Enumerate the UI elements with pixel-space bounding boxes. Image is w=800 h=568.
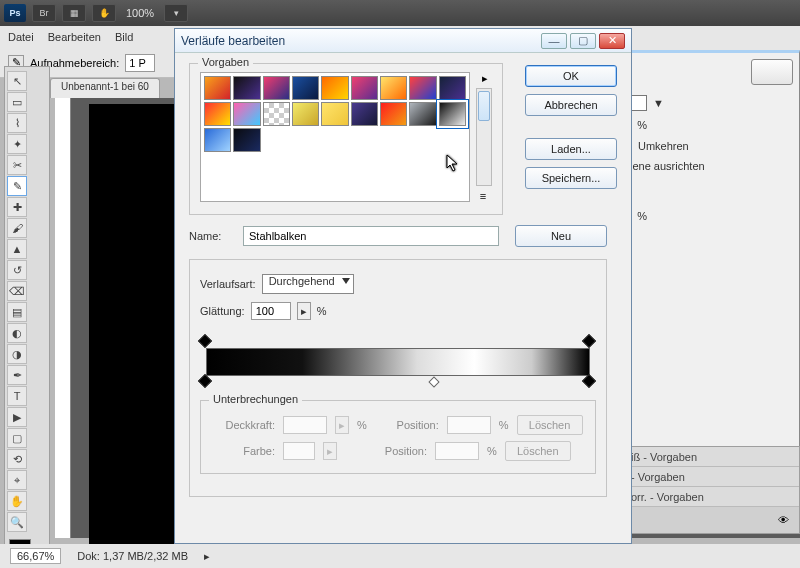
midpoint-handle[interactable] [428,376,439,387]
bg-dialog-button[interactable] [751,59,793,85]
heal-tool[interactable]: ✚ [7,197,27,217]
minimize-button[interactable]: — [541,33,567,49]
dialog-title: Verläufe bearbeiten [181,34,285,48]
menu-edit[interactable]: Bearbeiten [48,31,101,43]
new-gradient-button[interactable]: Neu [515,225,607,247]
history-brush-tool[interactable]: ↺ [7,260,27,280]
opacity-stop[interactable] [198,334,212,348]
preset-swatch[interactable] [292,76,319,100]
ok-button[interactable]: OK [525,65,617,87]
sample-size-input[interactable] [125,54,155,72]
preset-swatch[interactable] [233,102,260,126]
delete-opacity-stop-button: Löschen [517,415,583,435]
presets-scrollbar[interactable] [476,88,492,186]
hand-tool[interactable]: ✋ [7,491,27,511]
preset-panel-row[interactable]: ▸- Vorgaben [611,467,799,487]
gradient-bar[interactable] [206,348,590,376]
preset-swatch[interactable] [233,128,260,152]
bridge-button[interactable]: Br [32,4,56,22]
menu-image[interactable]: Bild [115,31,133,43]
preset-swatch[interactable] [321,102,348,126]
load-button[interactable]: Laden... [525,138,617,160]
smoothness-label: Glättung: [200,305,245,317]
shape-tool[interactable]: ▢ [7,428,27,448]
preset-swatch[interactable] [263,102,290,126]
save-button[interactable]: Speichern... [525,167,617,189]
opacity-stop[interactable] [582,334,596,348]
gradient-type-label: Verlaufsart: [200,278,256,290]
preset-swatch[interactable] [439,76,466,100]
maximize-button[interactable]: ▢ [570,33,596,49]
opacity-stepper: ▸ [335,416,349,434]
opacity-position-input [447,416,491,434]
color-stop[interactable] [198,374,212,388]
preset-swatch[interactable] [292,102,319,126]
panel-icon-right[interactable]: 👁 [778,514,789,526]
ruler-vertical [55,98,71,538]
pen-tool[interactable]: ✒ [7,365,27,385]
3d-camera-tool[interactable]: ⌖ [7,470,27,490]
path-select-tool[interactable]: ▶ [7,407,27,427]
preset-swatch[interactable] [204,76,231,100]
dialog-titlebar[interactable]: Verläufe bearbeiten — ▢ ✕ [175,29,631,53]
preset-swatch[interactable] [439,102,466,126]
close-button[interactable]: ✕ [599,33,625,49]
wand-tool[interactable]: ✦ [7,134,27,154]
preset-swatch[interactable] [380,102,407,126]
gradient-name-input[interactable] [243,226,499,246]
document-tab[interactable]: Unbenannt-1 bei 60 [50,78,160,98]
delete-color-stop-button: Löschen [505,441,571,461]
opacity-label: Deckkraft: [211,419,275,431]
presets-flyout-icon[interactable]: ▸ [478,72,492,84]
preset-swatch[interactable] [204,102,231,126]
position-label: Position: [375,419,439,431]
stamp-tool[interactable]: ▲ [7,239,27,259]
presets-menu-icon[interactable]: ≡ [476,190,490,202]
blur-tool[interactable]: ◐ [7,323,27,343]
status-bar: 66,67% Dok: 1,37 MB/2,32 MB ▸ [0,544,800,568]
preset-swatch[interactable] [204,128,231,152]
eyedropper-tool[interactable]: ✎ [7,176,27,196]
preset-panels: ▸iß - Vorgaben ▸- Vorgaben ▸orr. - Vorga… [610,446,800,534]
zoom-drop-button[interactable]: ▾ [164,4,188,22]
preset-swatch[interactable] [351,76,378,100]
eraser-tool[interactable]: ⌫ [7,281,27,301]
preset-swatch[interactable] [380,76,407,100]
crop-tool[interactable]: ✂ [7,155,27,175]
dodge-tool[interactable]: ◑ [7,344,27,364]
preset-swatch[interactable] [409,76,436,100]
preset-swatch[interactable] [321,76,348,100]
lasso-tool[interactable]: ⌇ [7,113,27,133]
status-flyout-icon[interactable]: ▸ [204,550,210,563]
preset-swatch[interactable] [263,76,290,100]
hand-tool-button[interactable]: ✋ [92,4,116,22]
color-stop[interactable] [582,374,596,388]
type-tool[interactable]: T [7,386,27,406]
smoothness-stepper[interactable]: ▸ [297,302,311,320]
zoom-tool[interactable]: 🔍 [7,512,27,532]
app-top-bar: Ps Br ▦ ✋ 100% ▾ [0,0,800,26]
zoom-status[interactable]: 66,67% [10,548,61,564]
screen-mode-button[interactable]: ▦ [62,4,86,22]
move-tool[interactable]: ↖ [7,71,27,91]
gradient-ramp-editor[interactable] [200,336,596,388]
3d-tool[interactable]: ⟲ [7,449,27,469]
preset-swatch[interactable] [351,102,378,126]
preset-panel-row[interactable]: ▸iß - Vorgaben [611,447,799,467]
gradient-type-select[interactable]: Durchgehend [262,274,354,294]
brush-tool[interactable]: 🖌 [7,218,27,238]
gradient-tool[interactable]: ▤ [7,302,27,322]
preset-swatch[interactable] [409,102,436,126]
smoothness-input[interactable] [251,302,291,320]
presets-grid[interactable] [200,72,470,202]
menu-file[interactable]: Datei [8,31,34,43]
marquee-tool[interactable]: ▭ [7,92,27,112]
color-well [283,442,315,460]
preset-panel-row[interactable]: ▸orr. - Vorgaben [611,487,799,507]
color-stepper: ▸ [323,442,337,460]
preset-swatch[interactable] [233,76,260,100]
opacity-input [283,416,327,434]
cancel-button[interactable]: Abbrechen [525,94,617,116]
name-label: Name: [189,230,233,242]
position-label: Position: [363,445,427,457]
